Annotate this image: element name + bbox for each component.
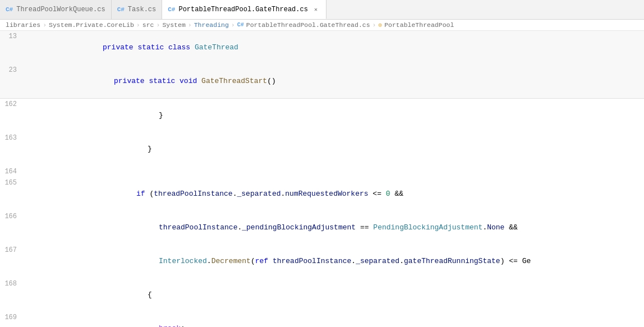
code-line-165: 165 if (threadPoolInstance._separated.nu…: [0, 177, 644, 211]
code-editor[interactable]: 13 private static class GateThread 23 pr…: [0, 31, 644, 327]
tab-portablethreadpool[interactable]: C# PortableThreadPool.GateThread.cs ✕: [162, 0, 326, 19]
tab-bar: C# ThreadPoolWorkQueue.cs C# Task.cs C# …: [0, 0, 644, 20]
code-line-164: 164: [0, 166, 644, 177]
tab-close-button[interactable]: ✕: [311, 5, 320, 14]
breadcrumb: libraries › System.Private.CoreLib › src…: [0, 20, 644, 31]
tab-label: Task.cs: [128, 6, 156, 13]
cs-icon: C#: [6, 6, 13, 13]
tab-label: ThreadPoolWorkQueue.cs: [16, 6, 105, 13]
tab-task[interactable]: C# Task.cs: [112, 0, 163, 19]
tab-label: PortableThreadPool.GateThread.cs: [178, 6, 307, 13]
cs-icon-breadcrumb: C#: [237, 22, 244, 28]
code-line-168: 168 {: [0, 278, 644, 312]
code-line-167: 167 Interlocked.Decrement(ref threadPool…: [0, 245, 644, 278]
code-line-163: 163 }: [0, 132, 644, 166]
outline-row-13: 13 private static class GateThread: [0, 31, 644, 65]
cs-icon: C#: [168, 6, 175, 13]
cs-icon: C#: [117, 6, 125, 13]
outline-row-23: 23 private static void GateThreadStart(): [0, 65, 644, 98]
code-line-162: 162 }: [0, 99, 644, 132]
class-icon-breadcrumb: ⊙: [379, 21, 383, 29]
code-line-166: 166 threadPoolInstance._pendingBlockingA…: [0, 211, 644, 245]
tab-threadpoolworkqueue[interactable]: C# ThreadPoolWorkQueue.cs: [0, 0, 112, 19]
code-line-169: 169 break;: [0, 312, 644, 327]
